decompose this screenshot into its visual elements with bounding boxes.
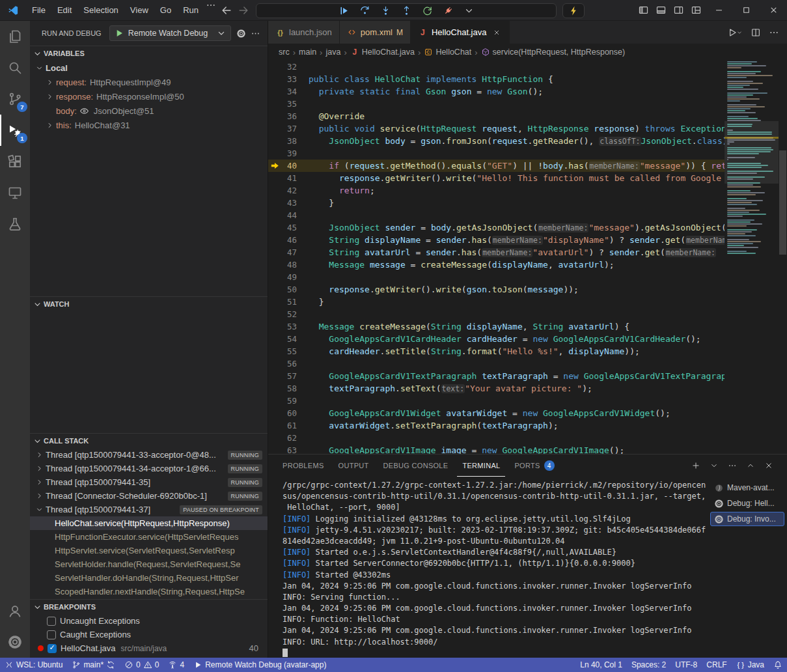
call-stack-section-header[interactable]: CALL STACK [30,434,268,448]
terminal-list-item[interactable]: Debug: Invo... [710,512,784,526]
window-minimize-button[interactable] [705,0,732,21]
status-indentation[interactable]: Spaces: 2 [627,658,670,672]
code-text[interactable] [309,308,725,320]
code-text[interactable] [309,209,725,221]
editor-gutter[interactable]: 34 [268,85,309,98]
breadcrumb-item[interactable]: java [325,48,340,57]
minimap-slider[interactable] [725,121,779,184]
code-text[interactable]: GoogleAppsCardV1TextParagraph textParagr… [309,370,725,382]
hot-code-replace-button[interactable] [562,3,585,18]
code-editor[interactable]: 3233public class HelloChat implements Ht… [268,61,787,454]
menu-file[interactable]: File [26,0,51,21]
code-text[interactable]: JsonObject sender = body.getAsJsonObject… [309,221,725,234]
code-text[interactable]: textParagraph.setText(text:"Your avatar … [309,382,725,395]
code-text[interactable]: public class HelloChat implements HttpFu… [309,73,725,85]
editor-gutter[interactable]: 53 [268,320,309,333]
code-text[interactable] [309,395,725,407]
status-ports[interactable]: 4 [163,658,189,672]
callstack-frame[interactable]: ServletHandler.doHandle(String,Request,H… [30,571,268,585]
status-cursor-position[interactable]: Ln 40, Col 1 [575,658,627,672]
code-text[interactable] [309,271,725,283]
code-text[interactable]: cardHeader.setTitle(String.format("Hello… [309,345,725,357]
start-debugging-icon[interactable] [114,28,124,38]
breadcrumb-item[interactable]: main [299,48,316,57]
variable-response[interactable]: response:HttpResponseImpl@50 [30,89,268,104]
callstack-thread[interactable]: Thread [Connector-Scheduler-6920b0bc-1]R… [30,489,268,503]
breadcrumb-item[interactable]: JHelloChat.java [350,48,415,57]
tab-launch.json[interactable]: {}launch.json [268,21,340,44]
editor-gutter[interactable]: 52 [268,308,309,320]
tab-HelloChat.java[interactable]: JHelloChat.java [411,21,510,44]
breadcrumb-item[interactable]: service(HttpRequest, HttpResponse) [481,48,626,57]
panel-tab-problems[interactable]: PROBLEMS [277,455,329,477]
debug-restart-icon[interactable] [422,5,433,16]
code-text[interactable] [309,357,725,370]
breakpoints-section-header[interactable]: BREAKPOINTS [30,600,268,614]
code-text[interactable]: @Override [309,110,725,122]
editor-gutter[interactable]: 61 [268,419,309,432]
panel-action-chevron-up-icon[interactable] [745,460,756,471]
code-text[interactable]: } [309,197,725,209]
more-actions-icon[interactable] [248,26,262,40]
chevron-down-icon[interactable] [463,5,475,16]
activitybar-accounts[interactable] [0,595,30,626]
code-text[interactable]: JsonObject body = gson.fromJson(request.… [309,135,725,147]
editor-gutter[interactable]: 48 [268,259,309,271]
editor-gutter[interactable]: 50 [268,283,309,296]
status-problems[interactable]: 00 [120,658,163,672]
activitybar-remote-explorer[interactable] [0,177,30,208]
debug-disconnect-icon[interactable] [443,5,454,16]
editor-gutter[interactable]: 32 [268,61,309,73]
code-text[interactable]: if (request.getMethod().equals("GET") ||… [309,160,725,172]
panel-action-plus-icon[interactable] [691,460,701,471]
editor-gutter[interactable]: 55 [268,345,309,357]
editor-gutter[interactable]: 56 [268,357,309,370]
callstack-thread[interactable]: Thread [qtp1500079441-34-acceptor-1@66..… [30,462,268,475]
nav-back-icon[interactable] [220,4,233,17]
breakpoint-item[interactable]: HelloChat.javasrc/main/java40 [30,641,268,655]
status-debug-session[interactable]: Remote Watch Debug (avatar-app) [189,658,331,672]
breakpoint-checkbox[interactable] [48,644,57,653]
layout-sidebar-left-icon[interactable] [635,1,652,19]
callstack-frame[interactable]: ScopedHandler.nextHandle(String,Request,… [30,585,268,598]
callstack-frame[interactable]: HttpFunctionExecutor.service(HttpServlet… [30,530,268,544]
debug-continue-icon[interactable] [338,5,350,16]
code-text[interactable]: String displayName = sender.has(memberNa… [309,234,725,246]
code-text[interactable]: Message createMessage(String displayName… [309,320,725,333]
callstack-frame[interactable]: HelloChat.service(HttpRequest,HttpRespon… [30,516,268,530]
variables-section-header[interactable]: VARIABLES [30,46,268,61]
editor-gutter[interactable]: 43 [268,197,309,209]
activitybar-explorer[interactable] [0,21,30,52]
code-text[interactable]: Message message = createMessage(displayN… [309,259,725,271]
callstack-frame[interactable]: ServletHolder.handle(Request,ServletRequ… [30,557,268,571]
activitybar-source-control[interactable]: 7 [0,83,30,115]
callstack-thread[interactable]: Thread [qtp1500079441-33-acceptor-0@48..… [30,448,268,462]
activitybar-search[interactable] [0,52,30,83]
panel-tab-output[interactable]: OUTPUT [333,455,374,477]
menu-view[interactable]: View [124,0,154,21]
window-maximize-button[interactable] [732,0,760,21]
close-tab-icon[interactable] [491,27,502,38]
status-eol[interactable]: CRLF [702,658,731,672]
code-text[interactable]: response.getWriter().write("Hello! This … [309,172,725,184]
code-text[interactable] [309,147,725,160]
breadcrumb-item[interactable]: src [279,48,290,57]
nav-forward-icon[interactable] [237,4,250,17]
activitybar-settings[interactable] [0,626,30,658]
callstack-frame[interactable]: HttpServlet.service(ServletRequest,Servl… [30,544,268,557]
editor-gutter[interactable]: 58 [268,382,309,395]
debug-settings-gear-icon[interactable] [234,26,248,40]
editor-gutter[interactable]: 62 [268,432,309,444]
editor-gutter[interactable]: 60 [268,407,309,419]
status-encoding[interactable]: UTF-8 [670,658,702,672]
code-text[interactable]: GoogleAppsCardV1CardHeader cardHeader = … [309,333,725,345]
editor-gutter[interactable]: 49 [268,271,309,283]
code-text[interactable]: avatarWidget.setTextParagraph(textParagr… [309,419,725,432]
editor-gutter[interactable]: 42 [268,184,309,197]
editor-scrollbar[interactable] [779,61,787,454]
menu-run[interactable]: Run [177,0,204,21]
status-notifications[interactable] [769,658,787,672]
debug-step-over-icon[interactable] [359,5,370,16]
breakpoint-item[interactable]: Uncaught Exceptions [30,614,268,628]
callstack-thread[interactable]: Thread [qtp1500079441-37]PAUSED ON BREAK… [30,503,268,516]
